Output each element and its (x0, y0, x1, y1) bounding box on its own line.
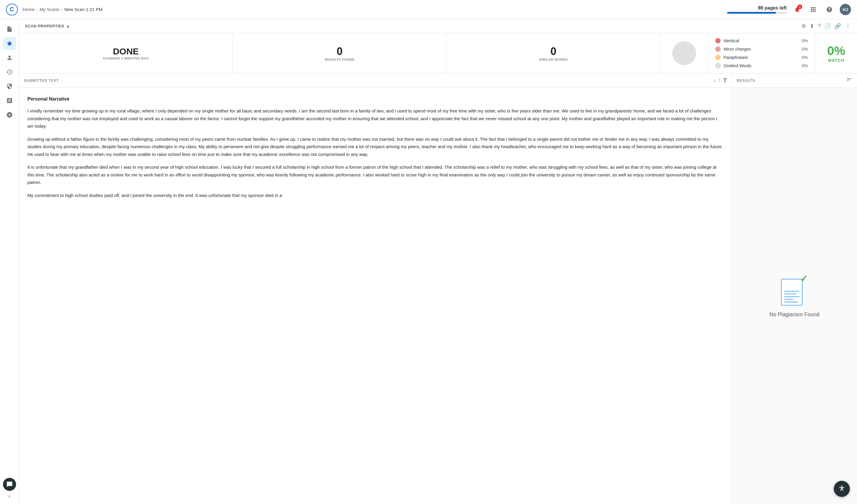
chat-button[interactable] (3, 478, 16, 491)
breadcrumb-sep-1: › (36, 7, 38, 12)
nav-left: C Home › My Scans › New Scan 1:21 PM (6, 4, 102, 16)
check-mark-icon: ✓ (800, 274, 808, 283)
breadcrumb-current: New Scan 1:21 PM (64, 7, 102, 12)
text-panel: SUBMITTED TEXT ↓ ↑ T Personal Narrative … (19, 73, 732, 504)
identical-label: Identical (724, 38, 739, 43)
sidebar-collapse-button[interactable] (3, 492, 16, 500)
sidebar-item-reports[interactable] (3, 94, 16, 107)
match-pct-block: 0% MATCH (815, 33, 857, 73)
download-icon[interactable]: ⬇ (810, 23, 814, 30)
breadcrumb: Home › My Scans › New Scan 1:21 PM (23, 7, 102, 12)
text-content: Personal Narrative I vividly remember my… (19, 88, 732, 504)
nav-right: 98 pages left 1 HJ (727, 4, 851, 15)
minor-changes-dot (715, 47, 721, 52)
sidebar-item-starred[interactable] (3, 37, 16, 50)
stat-similar: 0 SIMILAR WORDS (447, 33, 660, 73)
pages-left-label: 98 pages left (758, 5, 787, 11)
identical-dot (715, 38, 721, 44)
chart-circle-container (660, 33, 708, 73)
sidebar-item-profile[interactable] (3, 51, 16, 64)
pages-left-container: 98 pages left (727, 5, 787, 14)
similar-number: 0 (550, 45, 556, 58)
omitted-words-dot (715, 63, 721, 68)
results-number: 0 (336, 45, 342, 58)
app-logo[interactable]: C (6, 4, 18, 16)
scanned-label: SCANNED 2 MINUTES AGO (103, 56, 149, 60)
scroll-up-button[interactable]: ↑ (718, 77, 721, 84)
doc-line-full-2 (784, 296, 800, 297)
match-pct-value: 0% (827, 44, 845, 58)
minor-changes-pct: 0% (802, 47, 808, 51)
text-panel-header: SUBMITTED TEXT ↓ ↑ T (19, 73, 732, 88)
doc-line-medium (784, 293, 796, 295)
stats-bar: DONE SCANNED 2 MINUTES AGO 0 RESULTS FOU… (19, 33, 857, 73)
submitted-text-title: SUBMITTED TEXT (24, 79, 59, 83)
accessibility-button[interactable] (834, 481, 850, 497)
sidebar-item-shield[interactable] (3, 80, 16, 93)
avatar[interactable]: HJ (840, 4, 851, 15)
scan-properties-title[interactable]: SCAN PROPERTIES ▲ (25, 24, 70, 28)
paragraph-1: I vividly remember my time growing up in… (28, 107, 723, 130)
stat-done: DONE SCANNED 2 MINUTES AGO (19, 33, 233, 73)
document-icon[interactable]: 📄 (824, 23, 831, 30)
grid-icon (811, 7, 816, 12)
results-header: RESULTS (732, 73, 857, 88)
identical-pct: 0% (802, 38, 808, 43)
chevron-up-icon: ▲ (66, 24, 70, 28)
help-icon[interactable]: ? (818, 23, 821, 30)
results-panel: RESULTS ✓ (732, 73, 857, 504)
chart-circle (672, 41, 696, 65)
font-size-button[interactable]: T (723, 77, 727, 84)
match-pct-label: MATCH (828, 58, 844, 63)
paraphrased-pct: 0% (802, 55, 808, 60)
similar-label: SIMILAR WORDS (539, 58, 568, 61)
scan-properties-icons: ⚙ ⬇ ? 📄 🔗 ❕ (801, 23, 851, 30)
match-legend: Identical 0% Minor changes 0% Paraphrase… (708, 33, 815, 73)
pages-progress-bar (727, 12, 787, 14)
paraphrased-label: Paraphrased (724, 55, 747, 60)
sidebar-item-new-doc[interactable] (3, 23, 16, 36)
breadcrumb-home[interactable]: Home (23, 7, 35, 12)
stat-results: 0 RESULTS FOUND (233, 33, 447, 73)
filter-icon[interactable] (846, 77, 852, 84)
share-icon[interactable]: 🔗 (834, 23, 841, 30)
settings-icon[interactable]: ⚙ (801, 23, 806, 30)
svg-point-0 (841, 486, 842, 487)
text-panel-icons: ↓ ↑ T (713, 77, 727, 84)
notification-badge: 1 (797, 4, 802, 9)
breadcrumb-sep-2: › (61, 7, 63, 12)
document-heading: Personal Narrative (28, 95, 723, 103)
legend-row-omitted: Omitted Words 0% (715, 63, 808, 68)
paragraph-2: Growing up without a father figure in th… (28, 135, 723, 158)
sidebar-bottom (3, 478, 16, 500)
pages-progress-fill (727, 12, 776, 14)
legend-row-minor: Minor changes 0% (715, 47, 808, 52)
paraphrased-dot (715, 55, 721, 60)
omitted-words-label: Omitted Words (724, 63, 751, 68)
sidebar (0, 19, 19, 504)
grid-menu-button[interactable] (808, 4, 819, 15)
results-title: RESULTS (737, 79, 755, 83)
legend-row-paraphrased: Paraphrased 0% (715, 55, 808, 60)
minor-changes-label: Minor changes (724, 47, 751, 51)
sidebar-item-explore[interactable] (3, 108, 16, 121)
paragraph-3: It is unfortunate that my grandfather di… (28, 163, 723, 186)
results-label: RESULTS FOUND (325, 58, 354, 61)
done-label: DONE (113, 47, 139, 56)
breadcrumb-my-scans[interactable]: My Scans (39, 7, 59, 12)
content-area: SCAN PROPERTIES ▲ ⚙ ⬇ ? 📄 🔗 ❕ DONE SCANN… (19, 19, 857, 504)
main-split: SUBMITTED TEXT ↓ ↑ T Personal Narrative … (19, 73, 857, 504)
top-nav: C Home › My Scans › New Scan 1:21 PM 98 … (0, 0, 857, 19)
doc-line-long (784, 301, 798, 302)
main-wrapper: SCAN PROPERTIES ▲ ⚙ ⬇ ? 📄 🔗 ❕ DONE SCANN… (0, 19, 857, 504)
notification-button[interactable]: 1 (791, 4, 803, 15)
no-plagiarism-illustration: ✓ (781, 274, 808, 306)
omitted-words-pct: 0% (802, 63, 808, 68)
no-plagiarism-text: No Plagiarism Found (770, 312, 820, 318)
help-button[interactable] (824, 4, 835, 15)
sidebar-item-history[interactable] (3, 66, 16, 79)
alert-icon[interactable]: ❕ (844, 23, 851, 30)
legend-row-identical: Identical 0% (715, 38, 808, 44)
scroll-down-button[interactable]: ↓ (713, 77, 716, 84)
doc-line-full (784, 291, 800, 292)
